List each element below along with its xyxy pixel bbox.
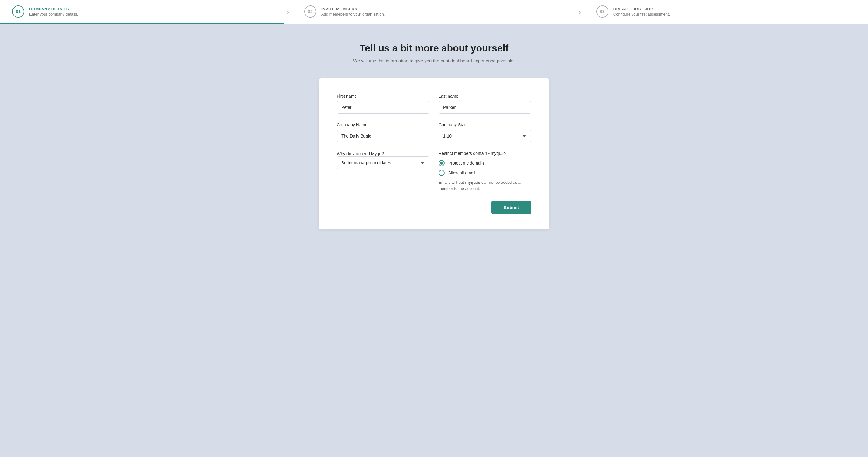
stepper-header: 01 COMPANY DETAILS Enter your company de… [0,0,868,24]
page-title: Tell us a bit more about yourself [360,42,508,54]
why-select[interactable]: Better manage candidates Streamline hiri… [337,156,429,169]
company-row: Company Name Company Size 1-10 11-50 51-… [337,122,531,142]
allow-all-label: Allow all email [448,170,475,175]
allow-all-radio[interactable] [439,170,445,176]
step-3-circle: 03 [596,5,609,18]
domain-note-domain: myqu.io [465,180,480,185]
step-3: 03 CREATE FIRST JOB Configure your first… [584,0,868,24]
name-row: First name Last name [337,94,531,114]
why-restrict-row: Why do you need Myqu? Better manage cand… [337,151,531,191]
step-1-title: COMPANY DETAILS [29,7,78,11]
step-2-circle: 02 [304,5,316,18]
protect-domain-radio[interactable] [439,160,445,166]
company-size-select-wrapper: 1-10 11-50 51-200 201-500 500+ [439,130,531,142]
step-2-desc: Add memebers to your organisation. [321,12,385,17]
domain-note-pre: Emails without [439,180,465,185]
step-arrow-1: › [284,0,292,24]
step-2: 02 INVITE MEMBERS Add memebers to your o… [292,0,576,24]
first-name-input[interactable] [337,101,429,114]
domain-note: Emails without myqu.io can not be added … [439,179,531,191]
company-size-group: Company Size 1-10 11-50 51-200 201-500 5… [439,122,531,142]
step-2-info: INVITE MEMBERS Add memebers to your orga… [321,7,385,17]
protect-domain-option[interactable]: Protect my domain [439,160,531,166]
protect-domain-label: Protect my domain [448,161,484,166]
main-content: Tell us a bit more about yourself We wil… [0,24,868,248]
why-select-wrapper: Better manage candidates Streamline hiri… [337,156,429,169]
step-3-info: CREATE FIRST JOB Configure your first as… [613,7,670,17]
company-size-label: Company Size [439,122,531,127]
last-name-label: Last name [439,94,531,98]
page-subtitle: We will use this information to give you… [353,58,515,63]
step-1: 01 COMPANY DETAILS Enter your company de… [0,0,284,24]
restrict-label: Restrict members domain - myqu.io [439,151,531,156]
step-2-title: INVITE MEMBERS [321,7,385,11]
step-3-title: CREATE FIRST JOB [613,7,670,11]
allow-all-option[interactable]: Allow all email [439,170,531,176]
company-name-group: Company Name [337,122,429,142]
first-name-group: First name [337,94,429,114]
step-3-desc: Configure your first assessment. [613,12,670,17]
why-group: Why do you need Myqu? Better manage cand… [337,151,429,169]
submit-button[interactable]: Submit [491,201,531,214]
step-1-desc: Enter your company details. [29,12,78,17]
restrict-domain-group: Restrict members domain - myqu.io Protec… [439,151,531,191]
form-card: First name Last name Company Name Compan… [318,79,550,229]
last-name-group: Last name [439,94,531,114]
step-arrow-2: › [576,0,584,24]
company-name-label: Company Name [337,122,429,127]
step-1-circle: 01 [12,5,24,18]
submit-row: Submit [337,201,531,214]
why-label: Why do you need Myqu? [337,151,384,156]
step-1-info: COMPANY DETAILS Enter your company detai… [29,7,78,17]
last-name-input[interactable] [439,101,531,114]
company-size-select[interactable]: 1-10 11-50 51-200 201-500 500+ [439,130,531,142]
company-name-input[interactable] [337,130,429,142]
first-name-label: First name [337,94,429,98]
